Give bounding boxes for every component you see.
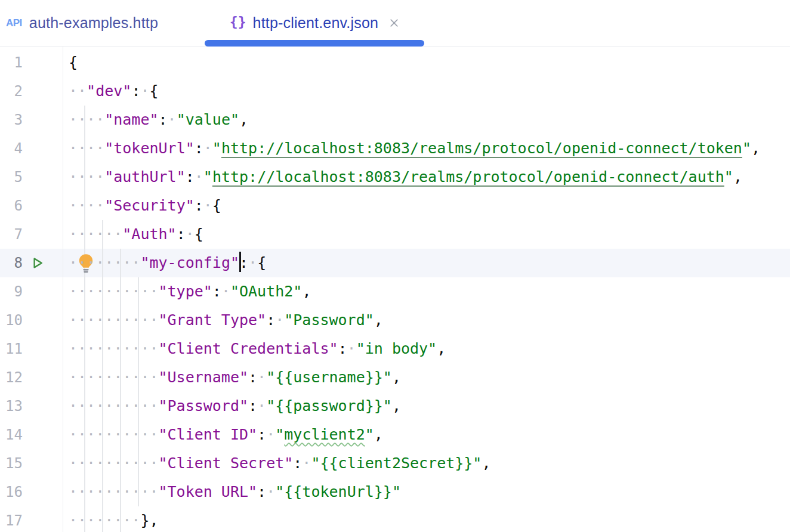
code-line-2[interactable]: ··"dev":·{: [69, 77, 159, 106]
code-token-str: ": [212, 140, 221, 157]
code-token-str: "{{tokenUrl}}": [275, 483, 401, 500]
code-token-ws: ··········: [69, 369, 159, 386]
code-token-pun: :: [266, 311, 275, 329]
code-token-key: "name": [104, 111, 158, 128]
code-line-16[interactable]: ··········"Token URL":·"{{tokenUrl}}": [69, 478, 401, 506]
code-token-str: ": [724, 168, 733, 185]
code-line-17[interactable]: ········},: [69, 506, 159, 532]
code-line-13[interactable]: ··········"Password":·"{{password}}",: [69, 392, 401, 420]
code-token-key: "Client Credentials": [159, 340, 338, 357]
code-line-1[interactable]: {: [69, 48, 78, 77]
code-token-pun: {: [150, 82, 159, 100]
code-token-pun: ,: [437, 340, 446, 357]
line-number-16[interactable]: 16: [5, 478, 23, 506]
code-token-pun: :: [257, 483, 266, 500]
code-line-7[interactable]: ······"Auth":·{: [69, 220, 203, 249]
code-line-5[interactable]: ····"authUrl":·"http://localhost:8083/re…: [69, 163, 742, 191]
line-number-5[interactable]: 5: [14, 163, 23, 191]
code-token-ws: ·: [347, 340, 356, 357]
line-number-8[interactable]: 8: [14, 249, 23, 277]
code-token-str: "{{password}}": [266, 397, 392, 415]
code-token-key: "Client ID": [159, 426, 258, 443]
code-token-ws: ··········: [69, 340, 159, 357]
code-token-pun: ,: [302, 283, 311, 300]
code-token-key: "tokenUrl": [104, 140, 195, 157]
line-number-11[interactable]: 11: [5, 335, 23, 363]
code-line-6[interactable]: ····"Security":·{: [69, 191, 221, 220]
code-token-pun: },: [140, 512, 158, 529]
line-number-13[interactable]: 13: [5, 392, 23, 420]
editor-gutter: 1234567891011121314151617: [0, 47, 63, 532]
tab-auth-examples-http[interactable]: API auth-examples.http: [6, 0, 158, 46]
code-token-str: "value": [177, 111, 239, 128]
code-token-key: "Username": [159, 369, 249, 386]
line-number-17[interactable]: 17: [5, 506, 23, 532]
code-editor[interactable]: 1234567891011121314151617 {··"dev":·{···…: [0, 47, 790, 532]
code-token-typo: myclient2: [284, 426, 365, 443]
code-line-9[interactable]: ··········"type":·"OAuth2",: [69, 277, 311, 306]
code-token-ws: ··········: [69, 283, 159, 300]
code-token-key: "my-config": [140, 254, 239, 271]
code-token-pun: {: [212, 197, 221, 214]
code-token-str: "OAuth2": [230, 283, 302, 300]
code-token-pun: {: [195, 225, 203, 243]
url-link[interactable]: http://localhost:8083/realms/protocol/op…: [221, 140, 742, 157]
line-number-1[interactable]: 1: [14, 48, 23, 77]
line-number-6[interactable]: 6: [14, 191, 23, 220]
code-token-pun: ,: [239, 111, 248, 128]
code-token-key: "dev": [87, 82, 131, 100]
line-number-3[interactable]: 3: [14, 106, 23, 134]
code-token-ws: ·: [203, 140, 212, 157]
code-line-8[interactable]: ········"my-config":·{: [69, 249, 266, 277]
code-token-pun: :: [248, 369, 257, 386]
code-line-10[interactable]: ··········"Grant Type":·"Password",: [69, 306, 383, 335]
code-token-ws: ····: [69, 197, 104, 214]
url-link[interactable]: http://localhost:8083/realms/protocol/op…: [212, 168, 724, 185]
code-token-str: "Password": [284, 311, 374, 329]
line-number-7[interactable]: 7: [14, 220, 23, 249]
code-token-ws: ·: [257, 369, 266, 386]
code-line-12[interactable]: ··········"Username":·"{{username}}",: [69, 363, 401, 392]
code-token-ws: ·: [248, 254, 257, 271]
code-token-ws: ·: [140, 82, 149, 100]
code-token-key: "authUrl": [104, 168, 185, 185]
code-token-key: "Auth": [122, 225, 176, 243]
code-token-pun: :: [186, 168, 195, 185]
close-icon[interactable]: [389, 18, 399, 28]
line-number-10[interactable]: 10: [5, 306, 23, 335]
code-token-key: "Security": [104, 197, 195, 214]
code-token-ws: ·: [186, 225, 195, 243]
code-token-key: "Grant Type": [159, 311, 267, 329]
code-line-4[interactable]: ····"tokenUrl":·"http://localhost:8083/r…: [69, 134, 760, 163]
tab-label: auth-examples.http: [29, 14, 158, 32]
code-token-str: ": [275, 426, 284, 443]
code-token-pun: :: [293, 454, 302, 472]
code-line-3[interactable]: ····"name":·"value",: [69, 106, 248, 134]
code-token-pun: ,: [392, 397, 401, 415]
editor-tab-bar: API auth-examples.http {} http-client.en…: [0, 0, 790, 47]
code-token-key: "Client Secret": [159, 454, 294, 472]
code-token-pun: ,: [733, 168, 742, 185]
code-token-ws: ·: [275, 311, 284, 329]
code-line-15[interactable]: ··········"Client Secret":·"{{client2Sec…: [69, 449, 490, 478]
json-file-icon: {}: [230, 14, 246, 32]
line-number-2[interactable]: 2: [14, 77, 23, 106]
code-token-str: "{{username}}": [266, 369, 392, 386]
line-number-14[interactable]: 14: [5, 420, 23, 449]
code-token-pun: :: [195, 140, 203, 157]
line-number-12[interactable]: 12: [5, 363, 23, 392]
tab-label: http-client.env.json: [253, 14, 379, 32]
code-token-ws: ······: [69, 225, 122, 243]
code-line-11[interactable]: ··········"Client Credentials":·"in body…: [69, 335, 446, 363]
tab-http-client-env-json[interactable]: {} http-client.env.json: [205, 0, 424, 46]
code-token-ws: ··: [69, 82, 87, 100]
line-number-15[interactable]: 15: [5, 449, 23, 478]
code-token-str: ": [203, 168, 212, 185]
code-token-ws: ··········: [69, 311, 159, 329]
code-token-ws: ·: [195, 168, 203, 185]
run-request-button[interactable]: [30, 255, 45, 274]
line-number-4[interactable]: 4: [14, 134, 23, 163]
code-token-ws: ····: [69, 168, 104, 185]
line-number-9[interactable]: 9: [14, 277, 23, 306]
code-line-14[interactable]: ··········"Client ID":·"myclient2",: [69, 420, 383, 449]
